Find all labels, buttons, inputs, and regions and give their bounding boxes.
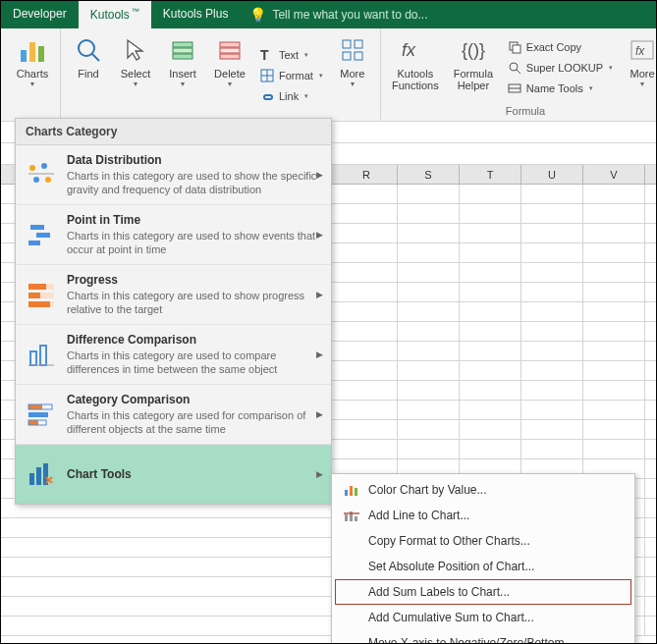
grid-cell[interactable]: [398, 420, 460, 439]
grid-cell[interactable]: [336, 342, 398, 360]
grid-cell[interactable]: [398, 440, 460, 458]
col-header[interactable]: U: [521, 165, 583, 184]
formula-helper-button[interactable]: {()} Formula Helper: [448, 32, 499, 103]
grid-cell[interactable]: [521, 263, 583, 282]
grid-cell[interactable]: [521, 302, 583, 321]
menu-item-category-comparison[interactable]: Category Comparison Charts in this categ…: [16, 385, 331, 445]
grid-cell[interactable]: [336, 283, 398, 301]
col-header[interactable]: S: [398, 165, 460, 184]
col-header[interactable]: R: [336, 165, 398, 184]
col-header[interactable]: V: [583, 165, 645, 184]
grid-cell[interactable]: [583, 243, 645, 262]
menu-item-progress[interactable]: Progress Charts in this category are use…: [16, 265, 331, 325]
grid-cell[interactable]: [583, 322, 645, 341]
tab-kutools[interactable]: Kutools™: [79, 1, 151, 28]
grid-cell[interactable]: [336, 185, 398, 203]
menu-item-chart-tools[interactable]: Chart Tools ▶: [16, 445, 331, 504]
grid-cell[interactable]: [398, 381, 460, 400]
submenu-add-cumulative-sum[interactable]: Add Cumulative Sum to Chart...: [335, 605, 631, 630]
grid-cell[interactable]: [583, 381, 645, 400]
grid-cell[interactable]: [583, 204, 645, 223]
grid-cell[interactable]: [460, 440, 521, 458]
menu-item-point-in-time[interactable]: Point in Time Charts in this category ar…: [16, 205, 331, 265]
grid-cell[interactable]: [583, 440, 645, 458]
grid-cell[interactable]: [398, 204, 460, 223]
grid-cell[interactable]: [336, 361, 398, 380]
grid-cell[interactable]: [398, 302, 460, 321]
grid-cell[interactable]: [460, 204, 521, 223]
grid-cell[interactable]: [460, 224, 521, 242]
grid-cell[interactable]: [460, 342, 521, 360]
grid-cell[interactable]: [460, 283, 521, 301]
grid-cell[interactable]: [398, 361, 460, 380]
grid-cell[interactable]: [521, 283, 583, 301]
grid-cell[interactable]: [398, 243, 460, 262]
grid-cell[interactable]: [336, 381, 398, 400]
grid-cell[interactable]: [460, 361, 521, 380]
grid-cell[interactable]: [336, 440, 398, 458]
grid-cell[interactable]: [583, 263, 645, 282]
grid-cell[interactable]: [521, 401, 583, 419]
grid-cell[interactable]: [460, 381, 521, 400]
grid-cell[interactable]: [521, 322, 583, 341]
more-button-editing[interactable]: More ▾: [331, 32, 374, 119]
grid-cell[interactable]: [583, 185, 645, 203]
submenu-set-absolute-position[interactable]: Set Absolute Position of Chart...: [335, 554, 631, 579]
grid-cell[interactable]: [336, 243, 398, 262]
grid-cell[interactable]: [336, 401, 398, 419]
name-tools-button[interactable]: Name Tools▾: [503, 79, 617, 98]
tab-kutools-plus[interactable]: Kutools Plus: [151, 1, 241, 28]
grid-cell[interactable]: [583, 401, 645, 419]
grid-cell[interactable]: [336, 420, 398, 439]
grid-cell[interactable]: [398, 263, 460, 282]
grid-cell[interactable]: [521, 381, 583, 400]
format-button[interactable]: Format▾: [255, 66, 327, 85]
grid-cell[interactable]: [521, 224, 583, 242]
grid-cell[interactable]: [583, 224, 645, 242]
grid-cell[interactable]: [398, 283, 460, 301]
insert-button[interactable]: Insert ▾: [161, 32, 204, 119]
grid-cell[interactable]: [398, 224, 460, 242]
grid-cell[interactable]: [460, 243, 521, 262]
find-button[interactable]: Find: [67, 32, 110, 119]
menu-item-difference-comparison[interactable]: Difference Comparison Charts in this cat…: [16, 325, 331, 385]
tell-me-search[interactable]: 💡 Tell me what you want to do...: [240, 1, 437, 28]
grid-cell[interactable]: [521, 440, 583, 458]
grid-cell[interactable]: [583, 420, 645, 439]
submenu-copy-format[interactable]: Copy Format to Other Charts...: [335, 528, 631, 554]
grid-cell[interactable]: [398, 322, 460, 341]
grid-cell[interactable]: [336, 204, 398, 223]
grid-cell[interactable]: [398, 401, 460, 419]
grid-cell[interactable]: [336, 263, 398, 282]
grid-cell[interactable]: [583, 342, 645, 360]
grid-cell[interactable]: [336, 302, 398, 321]
grid-cell[interactable]: [521, 185, 583, 203]
super-lookup-button[interactable]: Super LOOKUP▾: [503, 58, 617, 78]
grid-cell[interactable]: [398, 342, 460, 360]
grid-cell[interactable]: [583, 302, 645, 321]
delete-button[interactable]: Delete ▾: [208, 32, 251, 119]
grid-cell[interactable]: [460, 263, 521, 282]
exact-copy-button[interactable]: Exact Copy: [503, 37, 617, 57]
grid-cell[interactable]: [460, 322, 521, 341]
more-button-formula[interactable]: fx More ▾: [621, 32, 657, 103]
col-header[interactable]: T: [460, 165, 521, 184]
grid-cell[interactable]: [460, 420, 521, 439]
menu-item-data-distribution[interactable]: Data Distribution Charts in this categor…: [16, 145, 331, 205]
text-button[interactable]: T Text▾: [255, 45, 327, 65]
submenu-move-x-axis[interactable]: Move X-axis to Negative/Zero/Bottom...: [335, 630, 631, 644]
submenu-add-line-to-chart[interactable]: Add Line to Chart...: [335, 503, 631, 528]
grid-cell[interactable]: [521, 342, 583, 360]
kutools-functions-button[interactable]: fx Kutools Functions: [387, 32, 444, 103]
tab-developer[interactable]: Developer: [1, 1, 79, 28]
select-button[interactable]: Select ▾: [114, 32, 157, 119]
grid-cell[interactable]: [460, 401, 521, 419]
link-button[interactable]: Link▾: [255, 86, 327, 106]
grid-cell[interactable]: [398, 185, 460, 203]
charts-button[interactable]: Charts ▾: [11, 32, 54, 119]
grid-cell[interactable]: [336, 224, 398, 242]
grid-cell[interactable]: [521, 243, 583, 262]
grid-cell[interactable]: [460, 302, 521, 321]
grid-cell[interactable]: [460, 185, 521, 203]
submenu-add-sum-labels[interactable]: Add Sum Labels to Chart...: [335, 579, 631, 605]
